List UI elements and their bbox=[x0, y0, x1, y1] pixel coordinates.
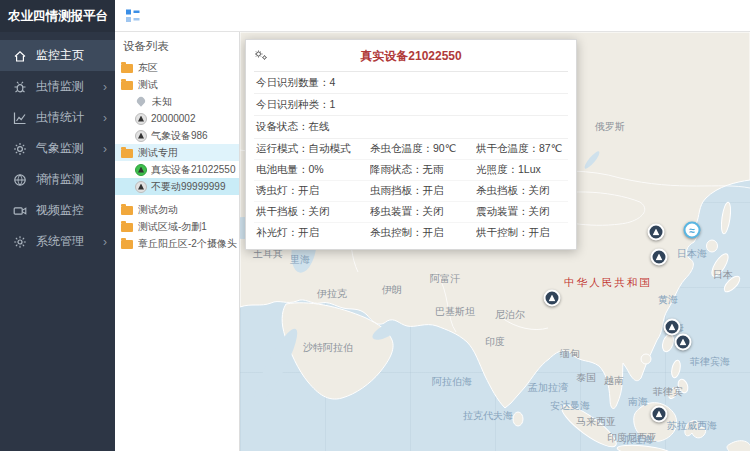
tree-item-label: 20000002 bbox=[151, 113, 196, 124]
chevron-right-icon: › bbox=[103, 236, 107, 248]
sidebar-item-label: 气象监测 bbox=[36, 140, 84, 157]
folder-icon bbox=[121, 149, 133, 158]
popup-device-title: 真实设备21022550 bbox=[254, 45, 568, 72]
device-info-popup: 真实设备21022550 今日识别数量：4今日识别种类：1 设备状态：在线 运行… bbox=[245, 39, 577, 250]
device-marker[interactable] bbox=[544, 290, 561, 307]
popup-device-status: 设备状态：在线 bbox=[254, 116, 568, 139]
sidebar-item-label: 系统管理 bbox=[36, 233, 84, 250]
tree-item[interactable]: 真实设备21022550 bbox=[115, 161, 239, 178]
popup-detail-row: 补光灯：开启杀虫控制：开启烘干控制：开启 bbox=[254, 223, 568, 240]
chart-icon bbox=[13, 111, 27, 125]
tree-item-label: 东区 bbox=[138, 61, 158, 75]
popup-detail-cell: 电池电量：0% bbox=[256, 163, 370, 177]
folder-icon bbox=[121, 240, 133, 249]
topbar bbox=[115, 0, 750, 32]
map-canvas[interactable]: 俄罗斯哈萨克斯坦蒙古中华人民共和国土耳其伊拉克伊朗阿富汗巴基斯坦沙特阿拉伯印度尼… bbox=[240, 32, 750, 451]
popup-detail-row: 运行模式：自动模式杀虫仓温度：90℃烘干仓温度：87℃ bbox=[254, 139, 568, 160]
tree-item-label: 测试 bbox=[138, 78, 158, 92]
chevron-right-icon: › bbox=[103, 143, 107, 155]
camera-icon bbox=[13, 204, 27, 218]
sidebar-item-chart[interactable]: 虫情统计› bbox=[0, 102, 115, 133]
sidebar-item-gear[interactable]: 系统管理› bbox=[0, 226, 115, 257]
sidebar-item-globe[interactable]: 墒情监测 bbox=[0, 164, 115, 195]
globe-icon bbox=[13, 173, 27, 187]
tree-item[interactable]: 测试 bbox=[115, 76, 239, 93]
popup-detail-cell: 补光灯：开启 bbox=[256, 226, 370, 240]
tree-item-label: 气象设备986 bbox=[151, 129, 208, 143]
popup-detail-row: 电池电量：0%降雨状态：无雨光照度：1Lux bbox=[254, 160, 568, 181]
tree-item[interactable]: 气象设备986 bbox=[115, 127, 239, 144]
tree-item[interactable]: 东区 bbox=[115, 59, 239, 76]
sidebar-item-label: 视频监控 bbox=[36, 202, 84, 219]
chevron-right-icon: › bbox=[103, 81, 107, 93]
sidebar-menu: 监控主页虫情监测›虫情统计›气象监测›墒情监测视频监控系统管理› bbox=[0, 32, 115, 257]
device-marker[interactable] bbox=[664, 319, 681, 336]
folder-icon bbox=[121, 206, 133, 215]
popup-detail-cell: 虫雨挡板：开启 bbox=[370, 184, 476, 198]
folder-icon bbox=[121, 223, 133, 232]
popup-detail-cell: 移虫装置：关闭 bbox=[370, 205, 476, 219]
popup-summary: 今日识别数量：4今日识别种类：1 bbox=[254, 72, 568, 116]
tree-item-label: 章丘阳丘区-2个摄像头 bbox=[138, 237, 237, 251]
popup-detail-cell: 运行模式：自动模式 bbox=[256, 142, 370, 156]
tree-item[interactable]: 章丘阳丘区-2个摄像头 bbox=[115, 235, 239, 252]
home-icon bbox=[13, 49, 27, 63]
device-status-icon bbox=[135, 181, 147, 193]
popup-detail-cell: 杀虫控制：开启 bbox=[370, 226, 476, 240]
popup-detail-cell: 杀虫挡板：关闭 bbox=[476, 184, 566, 198]
sidebar-item-camera[interactable]: 视频监控 bbox=[0, 195, 115, 226]
device-tree: 东区测试未知20000002气象设备986测试专用真实设备21022550不要动… bbox=[115, 59, 239, 252]
popup-detail-cell: 烘干仓温度：87℃ bbox=[476, 142, 566, 156]
tree-item[interactable]: 测试专用 bbox=[115, 144, 239, 161]
layout-toggle-icon[interactable] bbox=[125, 8, 140, 23]
sidebar-item-label: 虫情监测 bbox=[36, 78, 84, 95]
tree-item[interactable]: 不要动99999999 bbox=[115, 178, 239, 195]
sidebar-item-bug[interactable]: 虫情监测› bbox=[0, 71, 115, 102]
tree-item[interactable]: 未知 bbox=[115, 93, 239, 110]
settings-gear-icon[interactable] bbox=[253, 48, 269, 66]
folder-icon bbox=[121, 81, 133, 90]
popup-detail-cell: 降雨状态：无雨 bbox=[370, 163, 476, 177]
sidebar-item-label: 虫情统计 bbox=[36, 109, 84, 126]
popup-detail-cell: 光照度：1Lux bbox=[476, 163, 566, 177]
tree-item[interactable]: 测试勿动 bbox=[115, 201, 239, 218]
popup-detail-cell: 诱虫灯：开启 bbox=[256, 184, 370, 198]
sidebar-item-home[interactable]: 监控主页 bbox=[0, 40, 115, 71]
device-marker[interactable] bbox=[651, 249, 668, 266]
app-root: 农业四情测报平台 监控主页虫情监测›虫情统计›气象监测›墒情监测视频监控系统管理… bbox=[0, 0, 750, 451]
popup-detail-cell: 震动装置：关闭 bbox=[476, 205, 566, 219]
device-panel-title: 设备列表 bbox=[115, 32, 239, 59]
tree-item-label: 测试专用 bbox=[138, 146, 178, 160]
tree-item-label: 不要动99999999 bbox=[151, 180, 226, 194]
device-marker[interactable] bbox=[675, 334, 692, 351]
popup-detail-grid: 运行模式：自动模式杀虫仓温度：90℃烘干仓温度：87℃电池电量：0%降雨状态：无… bbox=[254, 139, 568, 240]
popup-detail-row: 诱虫灯：开启虫雨挡板：开启杀虫挡板：关闭 bbox=[254, 181, 568, 202]
tree-item[interactable]: 20000002 bbox=[115, 110, 239, 127]
sidebar: 农业四情测报平台 监控主页虫情监测›虫情统计›气象监测›墒情监测视频监控系统管理… bbox=[0, 0, 115, 451]
popup-detail-cell: 烘干控制：开启 bbox=[476, 226, 566, 240]
gear-icon bbox=[13, 235, 27, 249]
tree-item-label: 测试勿动 bbox=[138, 203, 178, 217]
bug-icon bbox=[13, 80, 27, 94]
device-list-panel: 设备列表 东区测试未知20000002气象设备986测试专用真实设备210225… bbox=[115, 32, 240, 451]
chevron-right-icon: › bbox=[103, 112, 107, 124]
weather-station-marker[interactable]: ≈ bbox=[684, 222, 701, 239]
device-status-icon bbox=[135, 113, 147, 125]
device-marker[interactable] bbox=[648, 224, 665, 241]
popup-detail-cell: 烘干挡板：关闭 bbox=[256, 205, 370, 219]
popup-detail-cell: 杀虫仓温度：90℃ bbox=[370, 142, 476, 156]
popup-summary-line: 今日识别数量：4 bbox=[254, 72, 568, 94]
device-status-icon bbox=[135, 164, 147, 176]
tree-item-label: 真实设备21022550 bbox=[151, 163, 236, 177]
device-marker[interactable] bbox=[651, 406, 668, 423]
app-title: 农业四情测报平台 bbox=[0, 0, 115, 32]
tree-item-label: 测试区域-勿删1 bbox=[138, 220, 207, 234]
popup-summary-line: 今日识别种类：1 bbox=[254, 94, 568, 116]
popup-detail-row: 烘干挡板：关闭移虫装置：关闭震动装置：关闭 bbox=[254, 202, 568, 223]
sidebar-item-label: 监控主页 bbox=[36, 47, 84, 64]
device-status-icon bbox=[135, 130, 147, 142]
pin-icon bbox=[135, 95, 146, 106]
sidebar-item-sun[interactable]: 气象监测› bbox=[0, 133, 115, 164]
sun-icon bbox=[13, 142, 27, 156]
tree-item[interactable]: 测试区域-勿删1 bbox=[115, 218, 239, 235]
